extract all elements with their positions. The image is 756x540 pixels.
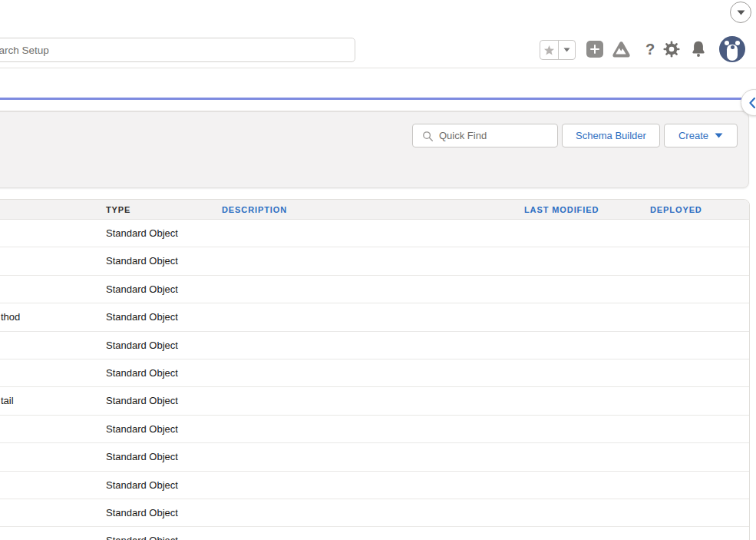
caret-down-icon [715,133,723,138]
column-header-description[interactable]: DESCRIPTION [222,200,287,220]
favorite-star-button[interactable] [540,41,559,59]
quick-find-placeholder: Quick Find [439,130,487,141]
chevron-left-icon [749,98,755,108]
user-avatar[interactable] [719,36,745,62]
caret-down-icon [563,48,570,52]
object-type: Standard Object [106,416,178,443]
table-row[interactable]: Standard Object [0,527,749,540]
objects-table: TYPE DESCRIPTION LAST MODIFIED DEPLOYED … [0,199,750,540]
column-header-type: TYPE [106,200,130,220]
object-type: Standard Object [106,276,178,303]
quick-find-input[interactable]: Quick Find [412,124,558,147]
help-button[interactable]: ? [643,39,657,59]
setup-nav-underline [0,98,756,100]
table-row[interactable]: Standard Object [0,499,749,527]
table-row[interactable]: thodStandard Object [0,303,749,331]
table-row[interactable]: Standard Object [0,247,749,275]
table-row[interactable]: Standard Object [0,443,749,471]
avatar-ear [735,41,740,45]
schema-builder-button[interactable]: Schema Builder [562,124,660,147]
create-button[interactable]: Create [664,124,738,147]
object-type: Standard Object [106,387,178,415]
table-body: Standard ObjectStandard ObjectStandard O… [0,220,749,540]
avatar-nose [731,45,735,49]
table-row[interactable]: Standard Object [0,359,749,387]
star-icon [543,45,555,56]
schema-builder-label: Schema Builder [576,130,646,141]
object-manager-header-card: Quick Find Schema Builder Create [0,111,749,188]
table-row[interactable]: Standard Object [0,332,749,359]
object-type: Standard Object [106,303,178,331]
caret-down-icon [737,10,745,15]
bell-icon [690,40,707,58]
global-header-divider [0,68,756,68]
object-type: Standard Object [106,472,178,499]
search-icon [422,131,434,142]
object-type: Standard Object [106,359,178,387]
setup-search-placeholder: Search Setup [0,45,49,56]
setup-search-input[interactable]: Search Setup [0,38,355,62]
table-row[interactable]: Standard Object [0,416,749,443]
trailhead-help-button[interactable] [612,41,631,58]
favorites-button-group [540,40,576,60]
favorites-list-button[interactable] [559,41,575,59]
object-type: Standard Object [106,332,178,359]
table-row[interactable]: tailStandard Object [0,387,749,415]
table-row[interactable]: Standard Object [0,276,749,303]
setup-gear-button[interactable] [663,41,680,58]
plus-icon [590,45,599,54]
trailhead-icon [612,41,631,58]
table-row[interactable]: Standard Object [0,220,749,247]
gear-icon [663,41,680,58]
global-actions-button[interactable] [586,41,603,58]
header-collapse-button[interactable] [730,2,751,23]
object-type: Standard Object [106,220,178,247]
create-label: Create [678,130,708,141]
notifications-button[interactable] [690,40,707,58]
table-header-row: TYPE DESCRIPTION LAST MODIFIED DEPLOYED [0,200,749,220]
table-row[interactable]: Standard Object [0,472,749,499]
object-type: Standard Object [106,247,178,275]
object-type: Standard Object [106,527,178,540]
object-type: Standard Object [106,499,178,527]
setup-object-manager-page: Search Setup ? [0,0,756,540]
column-header-deployed[interactable]: DEPLOYED [650,200,702,220]
object-label-fragment: tail [1,387,14,415]
column-header-last-modified[interactable]: LAST MODIFIED [524,200,599,220]
object-type: Standard Object [106,443,178,471]
object-label-fragment: thod [1,303,20,331]
